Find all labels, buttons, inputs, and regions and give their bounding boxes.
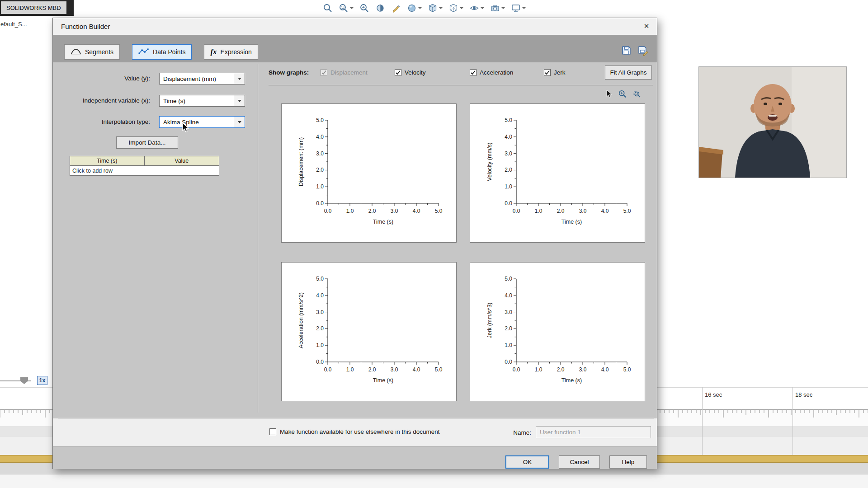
zoom-fit-icon[interactable] <box>322 2 334 14</box>
import-data-button[interactable]: Import Data... <box>116 136 178 149</box>
svg-text:5.0: 5.0 <box>623 366 631 373</box>
close-button[interactable]: ✕ <box>636 18 657 34</box>
chevron-down-icon[interactable] <box>234 117 245 127</box>
app-window-tab[interactable]: SOLIDWORKS MBD <box>1 1 66 14</box>
svg-text:Jerk (mm/s^3): Jerk (mm/s^3) <box>486 303 493 338</box>
svg-text:0.0: 0.0 <box>513 366 520 373</box>
chevron-down-icon[interactable] <box>501 7 505 9</box>
svg-text:1.0: 1.0 <box>316 183 324 190</box>
svg-text:0.0: 0.0 <box>505 359 512 365</box>
tab-label: Expression <box>221 48 252 56</box>
svg-text:2.0: 2.0 <box>505 325 512 332</box>
svg-text:Acceleration (mm/s^2): Acceleration (mm/s^2) <box>298 292 304 348</box>
function-name-label: Name: <box>509 429 531 436</box>
svg-text:2.0: 2.0 <box>557 208 565 214</box>
display-style-icon[interactable] <box>448 2 464 14</box>
svg-text:Velocity (mm/s): Velocity (mm/s) <box>486 142 493 181</box>
jerk-checkbox[interactable] <box>544 69 551 76</box>
solidworks-window: SOLIDWORKS MBD efault_S... 16 sec18 sec … <box>0 0 868 488</box>
chevron-down-icon[interactable] <box>350 7 354 9</box>
view-orientation-icon[interactable] <box>427 2 443 14</box>
view-settings-icon[interactable] <box>510 2 527 14</box>
previous-view-icon[interactable] <box>359 2 370 14</box>
make-available-checkbox[interactable] <box>269 428 276 435</box>
chevron-down-icon[interactable] <box>481 7 484 9</box>
dialog-tab-strip: SegmentsData PointsfxExpression <box>53 35 657 62</box>
edit-appearance-icon[interactable] <box>489 2 506 14</box>
tab-expression[interactable]: fxExpression <box>204 44 258 60</box>
svg-text:Time (s): Time (s) <box>561 377 582 384</box>
svg-text:5.0: 5.0 <box>435 366 443 373</box>
svg-text:0.0: 0.0 <box>316 359 324 365</box>
section-view-icon[interactable] <box>374 2 386 14</box>
svg-text:4.0: 4.0 <box>316 134 324 140</box>
chevron-down-icon[interactable] <box>522 7 526 9</box>
svg-text:3.0: 3.0 <box>391 208 398 214</box>
timeline-gridline <box>793 387 793 455</box>
ok-button[interactable]: OK <box>505 455 549 469</box>
show-graph-label: Velocity <box>405 69 426 76</box>
zoom-window-icon[interactable] <box>632 89 641 100</box>
chevron-down-icon[interactable] <box>460 7 463 9</box>
table-header-time: Time (s) <box>70 156 145 165</box>
zoom-area-icon[interactable] <box>338 2 354 14</box>
svg-text:3.0: 3.0 <box>579 208 587 214</box>
svg-text:3.0: 3.0 <box>316 309 324 315</box>
select-cursor-icon[interactable] <box>605 89 613 100</box>
independent-variable-label: Independent variable (x): <box>53 95 150 107</box>
interpolation-type-label: Interpolation type: <box>53 116 150 128</box>
interpolation-type-dropdown[interactable]: Akima Spline <box>159 116 245 128</box>
svg-text:2.0: 2.0 <box>316 325 324 332</box>
chevron-down-icon[interactable] <box>234 95 245 106</box>
table-header-value: Value <box>145 156 219 165</box>
make-available-label: Make function available for use elsewher… <box>280 428 439 435</box>
timeline-second-label: 16 sec <box>705 391 722 398</box>
chevron-down-icon[interactable] <box>439 7 443 9</box>
add-row-cell[interactable]: Click to add row <box>70 166 219 175</box>
svg-text:3.0: 3.0 <box>579 366 587 373</box>
svg-text:5.0: 5.0 <box>316 117 324 123</box>
presenter-illustration <box>699 67 846 178</box>
playback-slider-handle[interactable] <box>20 377 28 384</box>
panel-divider <box>258 64 258 413</box>
timeline-gridline <box>702 387 703 455</box>
data-points-table: Time (s) Value Click to add row <box>70 156 219 176</box>
appearances-icon[interactable] <box>406 2 423 14</box>
svg-text:1.0: 1.0 <box>346 366 354 373</box>
cancel-button[interactable]: Cancel <box>559 455 600 469</box>
footer-divider <box>58 418 654 418</box>
feature-tree-item[interactable]: efault_S... <box>0 21 27 28</box>
help-button[interactable]: Help <box>609 455 647 469</box>
svg-text:3.0: 3.0 <box>391 366 398 373</box>
chevron-down-icon[interactable] <box>418 7 422 9</box>
svg-text:5.0: 5.0 <box>316 276 324 282</box>
svg-text:0.0: 0.0 <box>505 200 512 206</box>
hide-show-items-icon[interactable] <box>468 2 485 14</box>
save-function-icon[interactable] <box>621 45 632 58</box>
svg-text:1.0: 1.0 <box>535 208 542 214</box>
dialog-title-bar: Function Builder ✕ <box>53 18 657 35</box>
tab-segments[interactable]: Segments <box>64 44 120 60</box>
velocity-checkbox[interactable] <box>395 69 401 76</box>
svg-text:0.0: 0.0 <box>324 208 332 214</box>
playback-speed-badge[interactable]: 1x <box>37 376 47 385</box>
acceleration-checkbox[interactable] <box>470 69 476 76</box>
svg-text:5.0: 5.0 <box>505 117 512 123</box>
svg-text:4.0: 4.0 <box>413 366 420 373</box>
sketch-annotation-icon[interactable] <box>390 2 402 14</box>
show-graph-displacement: Displacement <box>321 69 368 76</box>
save-as-function-icon[interactable] <box>637 45 649 58</box>
svg-text:1.0: 1.0 <box>316 342 324 348</box>
zoom-in-icon[interactable] <box>618 89 627 100</box>
svg-text:2.0: 2.0 <box>505 167 512 173</box>
mouse-cursor <box>181 122 190 135</box>
function-name-input <box>536 426 651 438</box>
function-builder-dialog: Function Builder ✕ SegmentsData Pointsfx… <box>52 18 657 469</box>
datapoints-icon <box>138 48 149 56</box>
independent-variable-dropdown[interactable]: Time (s) <box>159 95 245 107</box>
svg-text:1.0: 1.0 <box>346 208 354 214</box>
tab-data-points[interactable]: Data Points <box>132 44 192 60</box>
fit-all-graphs-button[interactable]: Fit All Graphs <box>605 66 652 80</box>
svg-text:1.0: 1.0 <box>505 183 512 190</box>
svg-text:5.0: 5.0 <box>505 276 512 282</box>
